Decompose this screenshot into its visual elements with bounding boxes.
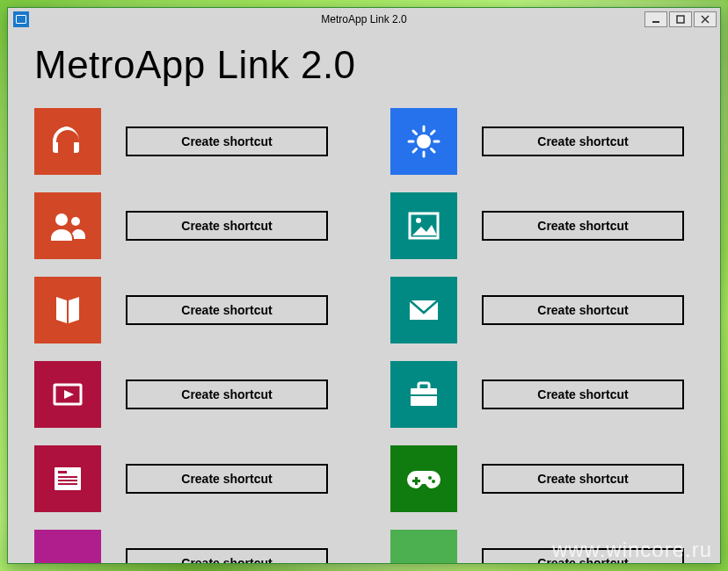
window-controls	[644, 11, 717, 27]
reading-icon	[49, 292, 86, 329]
tile-extra1[interactable]	[34, 530, 101, 563]
tile-mail[interactable]	[390, 277, 457, 343]
create-shortcut-button-photos[interactable]: Create shortcut	[482, 211, 684, 241]
client-area: MetroApp Link 2.0 Create shortcutCreate …	[8, 31, 720, 563]
create-shortcut-label: Create shortcut	[181, 219, 272, 233]
blank-icon	[49, 545, 86, 563]
tiles-grid: Create shortcutCreate shortcutCreate sho…	[34, 108, 694, 563]
tile-news[interactable]	[34, 445, 101, 512]
mail-icon	[405, 292, 442, 329]
briefcase-icon	[405, 376, 442, 413]
tile-photos[interactable]	[390, 192, 457, 259]
tile-row-music: Create shortcut	[34, 108, 338, 175]
tile-extra2[interactable]	[390, 530, 457, 563]
headphones-icon	[49, 123, 86, 160]
create-shortcut-button-reading[interactable]: Create shortcut	[126, 295, 328, 325]
tile-row-mail: Create shortcut	[390, 277, 694, 343]
tile-row-extra1: Create shortcut	[34, 530, 338, 563]
tile-row-weather: Create shortcut	[390, 108, 694, 175]
create-shortcut-label: Create shortcut	[537, 556, 628, 563]
video-icon	[49, 376, 86, 413]
create-shortcut-button-mail[interactable]: Create shortcut	[482, 295, 684, 325]
games-icon	[405, 460, 442, 497]
tile-row-games: Create shortcut	[390, 445, 694, 512]
create-shortcut-button-games[interactable]: Create shortcut	[482, 464, 684, 494]
photo-icon	[405, 207, 442, 244]
app-window: MetroApp Link 2.0 MetroApp Link 2.0 Crea…	[7, 7, 721, 564]
close-icon	[701, 15, 710, 24]
blank-icon	[405, 545, 442, 563]
create-shortcut-button-video[interactable]: Create shortcut	[126, 379, 328, 409]
tile-row-people: Create shortcut	[34, 192, 338, 259]
tile-row-travel: Create shortcut	[390, 361, 694, 428]
tile-people[interactable]	[34, 192, 101, 259]
app-icon	[13, 11, 29, 27]
minimize-button[interactable]	[644, 11, 667, 27]
window-title: MetroApp Link 2.0	[8, 13, 720, 25]
maximize-button[interactable]	[669, 11, 692, 27]
create-shortcut-label: Create shortcut	[181, 387, 272, 401]
create-shortcut-label: Create shortcut	[181, 134, 272, 148]
tile-video[interactable]	[34, 361, 101, 428]
tile-row-video: Create shortcut	[34, 361, 338, 428]
create-shortcut-label: Create shortcut	[181, 556, 272, 563]
tile-row-news: Create shortcut	[34, 445, 338, 512]
titlebar[interactable]: MetroApp Link 2.0	[8, 8, 720, 31]
tile-row-extra2: Create shortcut	[390, 530, 694, 563]
tile-row-reading: Create shortcut	[34, 277, 338, 343]
create-shortcut-button-travel[interactable]: Create shortcut	[482, 379, 684, 409]
close-button[interactable]	[694, 11, 717, 27]
minimize-icon	[652, 15, 660, 24]
maximize-icon	[676, 15, 685, 24]
page-title: MetroApp Link 2.0	[34, 43, 694, 87]
news-icon	[49, 460, 86, 497]
create-shortcut-button-people[interactable]: Create shortcut	[126, 211, 328, 241]
create-shortcut-button-extra2[interactable]: Create shortcut	[482, 548, 684, 563]
create-shortcut-button-music[interactable]: Create shortcut	[126, 126, 328, 156]
people-icon	[49, 207, 86, 244]
weather-icon	[405, 123, 442, 160]
create-shortcut-button-news[interactable]: Create shortcut	[126, 464, 328, 494]
svg-rect-1	[677, 16, 684, 23]
create-shortcut-button-weather[interactable]: Create shortcut	[482, 126, 684, 156]
desktop-wallpaper: MetroApp Link 2.0 MetroApp Link 2.0 Crea…	[0, 0, 728, 571]
tile-row-photos: Create shortcut	[390, 192, 694, 259]
create-shortcut-label: Create shortcut	[537, 219, 628, 233]
create-shortcut-label: Create shortcut	[537, 303, 628, 317]
create-shortcut-button-extra1[interactable]: Create shortcut	[126, 548, 328, 563]
tile-reading[interactable]	[34, 277, 101, 343]
create-shortcut-label: Create shortcut	[537, 472, 628, 486]
tile-weather[interactable]	[390, 108, 457, 175]
create-shortcut-label: Create shortcut	[181, 303, 272, 317]
create-shortcut-label: Create shortcut	[537, 387, 628, 401]
tile-music[interactable]	[34, 108, 101, 175]
tile-travel[interactable]	[390, 361, 457, 428]
svg-rect-0	[652, 21, 659, 23]
create-shortcut-label: Create shortcut	[537, 134, 628, 148]
create-shortcut-label: Create shortcut	[181, 472, 272, 486]
tile-games[interactable]	[390, 445, 457, 512]
